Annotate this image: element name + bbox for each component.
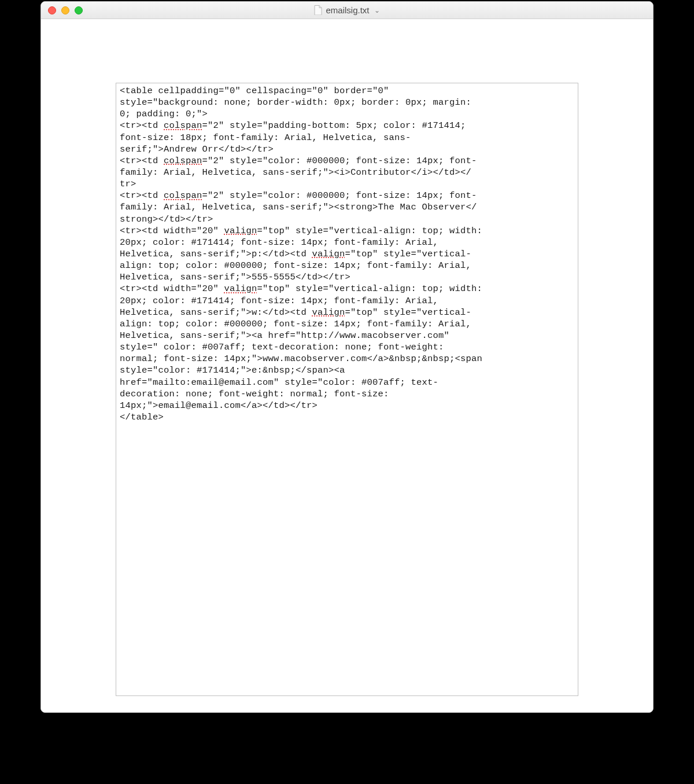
code-line: serif;">Andrew Orr</td></tr> bbox=[120, 144, 274, 154]
code-line: ="2" style="padding-bottom: 5px; color: … bbox=[202, 120, 472, 131]
document-icon bbox=[314, 5, 322, 15]
code-line: style="background: none; border-width: 0… bbox=[120, 97, 477, 108]
code-line: <tr><td bbox=[120, 190, 164, 201]
code-line: Helvetica, sans-serif;"><a href="http://… bbox=[120, 330, 455, 341]
code-line: family: Arial, Helvetica, sans-serif;"><… bbox=[120, 167, 471, 178]
code-line: align: top; color: #000000; font-size: 1… bbox=[120, 260, 477, 271]
text-editor-window: emailsig.txt ⌄ <table cellpadding="0" ce… bbox=[40, 1, 654, 713]
spellcheck-word: valign bbox=[224, 284, 257, 294]
code-line: tr> bbox=[120, 179, 136, 189]
code-line: 14px;">email@email.com</a></td></tr> bbox=[120, 400, 318, 411]
spellcheck-word: valign bbox=[312, 307, 345, 318]
title-center: emailsig.txt ⌄ bbox=[41, 5, 653, 15]
code-line: ="top" style="vertical- bbox=[345, 249, 472, 259]
spellcheck-word: valign bbox=[224, 226, 257, 236]
spellcheck-word: colspan bbox=[164, 190, 202, 201]
code-line: normal; font-size: 14px;">www.macobserve… bbox=[120, 354, 488, 364]
code-line: font-size: 18px; font-family: Arial, Hel… bbox=[120, 132, 411, 143]
spellcheck-word: colspan bbox=[164, 120, 202, 131]
window-title: emailsig.txt bbox=[326, 5, 369, 15]
code-line: 0; padding: 0;"> bbox=[120, 109, 208, 119]
code-line: style=" color: #007aff; text-decoration:… bbox=[120, 342, 449, 352]
code-line: family: Arial, Helvetica, sans-serif;"><… bbox=[120, 202, 477, 212]
code-line: decoration: none; font-weight: normal; f… bbox=[120, 389, 394, 399]
titlebar[interactable]: emailsig.txt ⌄ bbox=[41, 2, 653, 19]
spellcheck-word: valign bbox=[312, 249, 345, 259]
code-line: <tr><td bbox=[120, 156, 164, 166]
code-line: ="2" style="color: #000000; font-size: 1… bbox=[202, 190, 477, 201]
code-line: 20px; color: #171414; font-size: 14px; f… bbox=[120, 237, 444, 248]
code-line: strong></td></tr> bbox=[120, 214, 213, 224]
zoom-window-button[interactable] bbox=[75, 6, 83, 14]
text-document[interactable]: <table cellpadding="0" cellspacing="0" b… bbox=[116, 83, 578, 696]
editor-content-area[interactable]: <table cellpadding="0" cellspacing="0" b… bbox=[41, 19, 653, 712]
code-line: ="2" style="color: #000000; font-size: 1… bbox=[202, 156, 477, 166]
code-line: <tr><td bbox=[120, 120, 164, 131]
code-line: </table> bbox=[120, 412, 164, 422]
close-window-button[interactable] bbox=[48, 6, 56, 14]
code-line: 20px; color: #171414; font-size: 14px; f… bbox=[120, 296, 444, 306]
code-line: style="color: #171414;">e:&nbsp;</span><… bbox=[120, 365, 350, 376]
code-line: <tr><td width="20" bbox=[120, 284, 224, 294]
code-line: align: top; color: #000000; font-size: 1… bbox=[120, 319, 477, 329]
traffic-lights bbox=[41, 6, 83, 14]
code-line: Helvetica, sans-serif;">w:</td><td bbox=[120, 307, 312, 318]
code-line: Helvetica, sans-serif;">555-5555</td></t… bbox=[120, 272, 350, 282]
code-line: <tr><td width="20" bbox=[120, 226, 224, 236]
code-line: ="top" style="vertical- bbox=[345, 307, 472, 318]
code-line: <table cellpadding="0" cellspacing="0" b… bbox=[120, 86, 394, 96]
chevron-down-icon: ⌄ bbox=[374, 6, 380, 14]
spellcheck-word: colspan bbox=[164, 156, 202, 166]
minimize-window-button[interactable] bbox=[61, 6, 69, 14]
code-line: href="mailto:email@email.com" style="col… bbox=[120, 377, 438, 388]
code-line: ="top" style="vertical-align: top; width… bbox=[257, 226, 488, 236]
code-line: ="top" style="vertical-align: top; width… bbox=[257, 284, 488, 294]
code-line: Helvetica, sans-serif;">p:</td><td bbox=[120, 249, 312, 259]
